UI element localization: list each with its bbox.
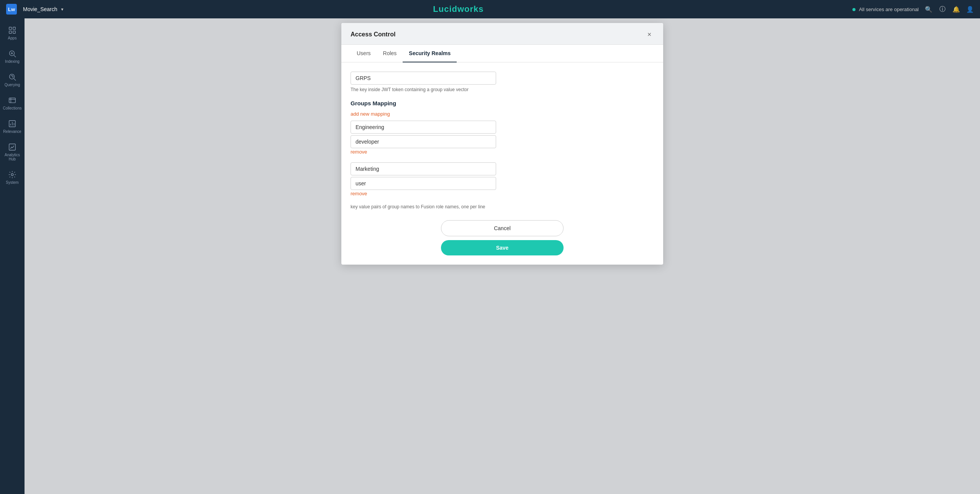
tab-users[interactable]: Users <box>351 45 377 62</box>
svg-rect-0 <box>9 27 11 29</box>
modal-overlay: Access Control × Users Roles Security Re… <box>25 18 980 494</box>
buttons-row: Cancel Save <box>351 220 654 255</box>
sidebar-item-label: Querying <box>5 83 20 87</box>
tab-roles[interactable]: Roles <box>377 45 403 62</box>
lw-logo[interactable]: Lw <box>6 4 17 15</box>
notification-icon[interactable]: 🔔 <box>952 5 960 13</box>
app-name: Movie_Search <box>23 6 57 12</box>
modal-body: The key inside JWT token containing a gr… <box>341 62 663 265</box>
sidebar-item-system[interactable]: System <box>0 166 25 189</box>
querying-icon <box>8 73 16 81</box>
grps-input[interactable] <box>351 72 496 85</box>
svg-line-9 <box>14 79 16 80</box>
modal-tabs: Users Roles Security Realms <box>341 45 663 62</box>
modal-header: Access Control × <box>341 23 663 45</box>
mapping-pair-2: remove <box>351 162 654 200</box>
user-icon[interactable]: 👤 <box>966 5 974 13</box>
topnav-center: Lucidworks <box>64 4 852 14</box>
sidebar-item-label: Indexing <box>5 59 20 64</box>
svg-rect-3 <box>13 31 15 33</box>
groups-mapping-title: Groups Mapping <box>351 100 654 106</box>
save-button[interactable]: Save <box>441 240 564 255</box>
mapping-inputs-2 <box>351 162 654 190</box>
grps-field-section: The key inside JWT token containing a gr… <box>351 72 654 92</box>
remove-link-2[interactable]: remove <box>351 191 367 196</box>
status-indicator: All services are operational <box>852 6 919 13</box>
svg-rect-17 <box>9 144 16 150</box>
status-dot-icon <box>852 8 855 11</box>
top-navigation: Lw Movie_Search ▼ Lucidworks All service… <box>0 0 980 18</box>
sidebar-item-label: System <box>6 180 18 185</box>
mapping-value-1[interactable] <box>351 135 496 148</box>
add-new-mapping-link[interactable]: add new mapping <box>351 111 390 117</box>
sidebar-item-label: Collections <box>3 106 22 110</box>
relevance-icon <box>8 119 16 128</box>
groups-mapping-description: key value pairs of group names to Fusion… <box>351 204 654 209</box>
grps-field-description: The key inside JWT token containing a gr… <box>351 87 654 92</box>
main-content: Access Control × Users Roles Security Re… <box>25 18 980 494</box>
sidebar-item-analytics-hub[interactable]: Analytics Hub <box>0 138 25 166</box>
sidebar-item-collections[interactable]: Collections <box>0 92 25 115</box>
sidebar-item-label: Apps <box>8 36 17 40</box>
svg-point-8 <box>10 74 15 79</box>
sidebar-item-indexing[interactable]: Indexing <box>0 45 25 68</box>
sidebar-item-relevance[interactable]: Relevance <box>0 115 25 138</box>
mapping-key-1[interactable] <box>351 121 496 134</box>
status-text: All services are operational <box>859 7 919 12</box>
mapping-inputs-1 <box>351 121 654 148</box>
svg-point-18 <box>11 173 13 176</box>
sidebar-item-apps[interactable]: Apps <box>0 21 25 45</box>
modal-title: Access Control <box>351 31 395 38</box>
sidebar: Apps Indexing Querying Collections Relev… <box>0 18 25 494</box>
indexing-icon <box>8 49 16 58</box>
groups-mapping-section: Groups Mapping add new mapping remove <box>351 100 654 209</box>
sidebar-item-querying[interactable]: Querying <box>0 68 25 92</box>
svg-line-5 <box>14 55 16 57</box>
tab-security-realms[interactable]: Security Realms <box>403 45 457 62</box>
svg-rect-10 <box>9 98 16 103</box>
svg-rect-1 <box>13 27 15 29</box>
mapping-value-2[interactable] <box>351 177 496 190</box>
mapping-pair-1: remove <box>351 121 654 159</box>
analytics-icon <box>8 143 16 151</box>
mapping-key-2[interactable] <box>351 162 496 175</box>
access-control-modal: Access Control × Users Roles Security Re… <box>341 23 663 265</box>
remove-link-1[interactable]: remove <box>351 149 367 155</box>
topnav-right: All services are operational 🔍 ⓘ 🔔 👤 <box>852 5 974 13</box>
cancel-button[interactable]: Cancel <box>441 220 564 236</box>
close-button[interactable]: × <box>645 30 654 39</box>
brand-logo: Lucidworks <box>433 4 483 14</box>
sidebar-item-label: Relevance <box>3 129 21 134</box>
system-icon <box>8 170 16 179</box>
grid-icon <box>8 26 16 34</box>
app-selector[interactable]: Movie_Search ▼ <box>23 6 64 12</box>
svg-rect-2 <box>9 31 11 33</box>
search-icon[interactable]: 🔍 <box>925 5 932 13</box>
help-icon[interactable]: ⓘ <box>939 5 946 13</box>
sidebar-item-label: Analytics Hub <box>2 153 23 161</box>
collections-icon <box>8 96 16 105</box>
dropdown-arrow-icon: ▼ <box>61 7 64 11</box>
